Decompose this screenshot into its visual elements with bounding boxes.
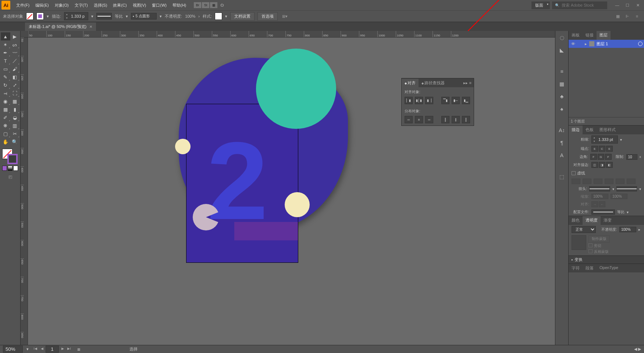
stroke-indicator[interactable] bbox=[7, 154, 18, 164]
menu-edit[interactable]: 编辑(E) bbox=[32, 1, 52, 10]
transform-panel-header[interactable]: 变换 bbox=[569, 255, 644, 264]
visibility-icon[interactable]: 👁 bbox=[570, 41, 576, 47]
panel-collapse-icon[interactable]: ▸▸ bbox=[463, 81, 468, 85]
line-tool[interactable]: ／ bbox=[10, 57, 20, 65]
tab-pathfinder[interactable]: 路径查找器 bbox=[419, 79, 448, 87]
prefs-button[interactable]: 首选项 bbox=[257, 12, 278, 21]
limit-input[interactable] bbox=[626, 154, 637, 160]
menu-window[interactable]: 窗口(W) bbox=[149, 1, 170, 10]
tab-opentype[interactable]: OpenType bbox=[597, 264, 621, 272]
arrow-start[interactable] bbox=[589, 186, 610, 191]
free-transform-tool[interactable]: ⛶ bbox=[10, 89, 20, 97]
next-artboard-icon[interactable]: ▶ bbox=[60, 346, 65, 352]
bridge-icon[interactable]: Br bbox=[193, 2, 202, 8]
dist-hcenter-icon[interactable]: ‖ bbox=[452, 116, 460, 123]
stroke-weight-stepper[interactable]: ▴▾ bbox=[64, 12, 88, 20]
ruler-origin[interactable] bbox=[21, 31, 28, 38]
brush-picker[interactable]: 5 点圆形 bbox=[131, 13, 157, 20]
close-icon[interactable]: ✕ bbox=[633, 2, 643, 8]
dist-vcenter-icon[interactable]: ≡ bbox=[415, 116, 423, 123]
artwork-area[interactable]: 2 bbox=[28, 38, 555, 345]
dist-bottom-icon[interactable]: ═ bbox=[425, 116, 433, 123]
rotate-tool[interactable]: ↻ bbox=[1, 81, 10, 89]
tab-swatches[interactable]: 色板 bbox=[583, 126, 597, 134]
dock-char-icon[interactable]: A↕ bbox=[558, 127, 566, 134]
invert-check[interactable]: 反相蒙版 bbox=[594, 249, 609, 254]
align-bottom-icon[interactable]: ▮▁ bbox=[462, 97, 470, 104]
stock-search[interactable]: 搜索 Adobe Stock bbox=[552, 1, 607, 9]
corner-bevel-icon[interactable]: F bbox=[605, 154, 612, 160]
arrow-end[interactable] bbox=[616, 186, 637, 191]
menu-view[interactable]: 视图(V) bbox=[130, 1, 149, 10]
tab-character[interactable]: 字符 bbox=[569, 264, 583, 272]
paintbrush-tool[interactable]: 🖌 bbox=[10, 65, 20, 73]
last-artboard-icon[interactable]: ▶I bbox=[66, 346, 72, 352]
align-stroke-outside-icon[interactable]: ◧ bbox=[606, 162, 613, 168]
dist-left-icon[interactable]: ║ bbox=[441, 116, 449, 123]
slice-tool[interactable]: ✂ bbox=[10, 130, 20, 138]
align-right-icon[interactable]: ▮▕ bbox=[425, 97, 433, 104]
cap-round-icon[interactable]: C bbox=[599, 146, 605, 152]
corner-round-icon[interactable]: G bbox=[598, 154, 604, 160]
ctrl-icon-3[interactable]: ≡ bbox=[633, 12, 641, 20]
draw-modes[interactable]: ◰ bbox=[1, 174, 19, 179]
menu-object[interactable]: 对象(O) bbox=[52, 1, 72, 10]
doc-setup-button[interactable]: 文档设置 bbox=[230, 12, 255, 21]
selection-tool[interactable]: ▲ bbox=[1, 32, 10, 40]
style-swatch[interactable] bbox=[215, 13, 222, 20]
purple-bar-art[interactable] bbox=[234, 222, 298, 240]
dock-export-icon[interactable]: ⬚ bbox=[558, 173, 566, 180]
fill-swatch[interactable] bbox=[26, 13, 33, 20]
arrange-docs-icon[interactable]: ▦ bbox=[210, 2, 218, 8]
ruler-vertical[interactable]: 5010015020025030035040045050055060065070… bbox=[21, 38, 28, 345]
cap-square-icon[interactable]: E bbox=[606, 146, 613, 152]
artboard[interactable]: 2 bbox=[186, 104, 298, 263]
dashed-checkbox[interactable] bbox=[572, 171, 576, 175]
eyedropper-tool[interactable]: ✐ bbox=[1, 113, 10, 121]
align-stroke-center-icon[interactable]: ◫ bbox=[591, 162, 598, 168]
artboard-number-input[interactable] bbox=[46, 346, 59, 353]
dock-guide-icon[interactable]: ◣ bbox=[558, 46, 566, 54]
expand-icon[interactable]: ▸ bbox=[585, 42, 587, 46]
document-tab[interactable]: 未标题-1.ai* @ 50% (RGB/预览) ✕ bbox=[25, 22, 96, 31]
cream-circle-small[interactable] bbox=[175, 139, 191, 154]
menu-effect[interactable]: 效果(C) bbox=[110, 1, 129, 10]
tab-transparency[interactable]: 透明度 bbox=[583, 216, 601, 225]
dock-glyph-icon[interactable]: A bbox=[558, 152, 566, 159]
zoom-tool[interactable]: 🔍 bbox=[10, 138, 20, 146]
rectangle-tool[interactable]: ▭ bbox=[1, 65, 10, 73]
type-tool[interactable]: T bbox=[1, 57, 10, 65]
prev-artboard-icon[interactable]: ◀ bbox=[39, 346, 45, 352]
teal-circle[interactable] bbox=[256, 49, 336, 129]
menu-select[interactable]: 选择(S) bbox=[91, 1, 110, 10]
dist-top-icon[interactable]: ═ bbox=[405, 116, 413, 123]
blend-tool[interactable]: ◒ bbox=[10, 113, 20, 121]
tab-layers[interactable]: 图层 bbox=[597, 31, 611, 40]
gpu-icon[interactable]: ⏻ bbox=[218, 2, 226, 8]
tab-stroke[interactable]: 描边 bbox=[569, 126, 583, 134]
opacity-input-panel[interactable] bbox=[619, 227, 636, 232]
magic-wand-tool[interactable]: ✶ bbox=[1, 40, 10, 49]
menu-help[interactable]: 帮助(H) bbox=[170, 1, 189, 10]
hand-tool[interactable]: ✋ bbox=[1, 138, 10, 146]
clip-check[interactable]: 剪切 bbox=[594, 243, 601, 248]
layer-name[interactable]: 图层 1 bbox=[597, 41, 636, 47]
first-artboard-icon[interactable]: I◀ bbox=[32, 346, 38, 352]
tab-color[interactable]: 颜色 bbox=[569, 216, 583, 225]
zoom-input[interactable] bbox=[3, 346, 23, 353]
tab-gradient[interactable]: 渐变 bbox=[601, 216, 615, 225]
opacity-value[interactable]: 100% bbox=[185, 14, 195, 18]
menu-type[interactable]: 文字(T) bbox=[72, 1, 91, 10]
dock-asset-icon[interactable]: ♠ bbox=[558, 105, 566, 113]
color-mode-swatch[interactable] bbox=[2, 166, 7, 171]
ctrl-icon-1[interactable]: ▦ bbox=[614, 12, 622, 20]
graph-tool[interactable]: ▥ bbox=[10, 121, 20, 130]
align-top-icon[interactable]: ▔▮ bbox=[441, 97, 449, 104]
align-stroke-inside-icon[interactable]: ◨ bbox=[599, 162, 605, 168]
panel-menu-icon[interactable]: ≡ bbox=[469, 81, 472, 85]
tab-paragraph[interactable]: 段落 bbox=[583, 264, 597, 272]
workspace-switcher[interactable]: 版面 bbox=[531, 1, 550, 9]
shape-builder-tool[interactable]: ◉ bbox=[1, 97, 10, 105]
minimize-icon[interactable]: — bbox=[612, 2, 622, 8]
mesh-tool[interactable]: ▩ bbox=[1, 105, 10, 113]
